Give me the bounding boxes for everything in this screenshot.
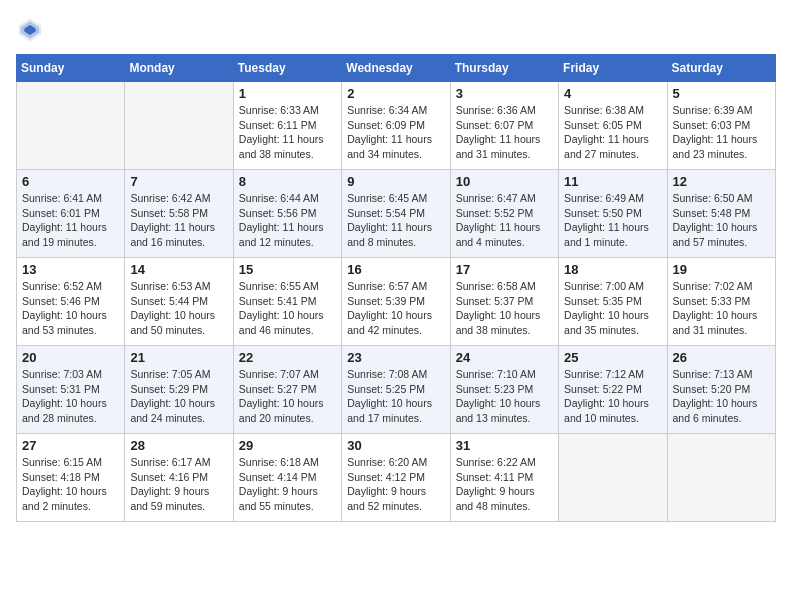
calendar-cell: 23Sunrise: 7:08 AM Sunset: 5:25 PM Dayli… bbox=[342, 346, 450, 434]
calendar-cell: 18Sunrise: 7:00 AM Sunset: 5:35 PM Dayli… bbox=[559, 258, 667, 346]
day-number: 27 bbox=[22, 438, 119, 453]
day-number: 2 bbox=[347, 86, 444, 101]
day-info: Sunrise: 6:33 AM Sunset: 6:11 PM Dayligh… bbox=[239, 103, 336, 162]
calendar-week-row: 20Sunrise: 7:03 AM Sunset: 5:31 PM Dayli… bbox=[17, 346, 776, 434]
calendar-cell: 8Sunrise: 6:44 AM Sunset: 5:56 PM Daylig… bbox=[233, 170, 341, 258]
day-number: 5 bbox=[673, 86, 770, 101]
day-number: 4 bbox=[564, 86, 661, 101]
day-info: Sunrise: 6:36 AM Sunset: 6:07 PM Dayligh… bbox=[456, 103, 553, 162]
page-header bbox=[16, 16, 776, 44]
day-number: 6 bbox=[22, 174, 119, 189]
day-info: Sunrise: 6:58 AM Sunset: 5:37 PM Dayligh… bbox=[456, 279, 553, 338]
calendar-cell: 30Sunrise: 6:20 AM Sunset: 4:12 PM Dayli… bbox=[342, 434, 450, 522]
day-info: Sunrise: 6:52 AM Sunset: 5:46 PM Dayligh… bbox=[22, 279, 119, 338]
day-number: 1 bbox=[239, 86, 336, 101]
calendar-cell: 14Sunrise: 6:53 AM Sunset: 5:44 PM Dayli… bbox=[125, 258, 233, 346]
calendar-cell: 5Sunrise: 6:39 AM Sunset: 6:03 PM Daylig… bbox=[667, 82, 775, 170]
calendar-body: 1Sunrise: 6:33 AM Sunset: 6:11 PM Daylig… bbox=[17, 82, 776, 522]
day-info: Sunrise: 6:42 AM Sunset: 5:58 PM Dayligh… bbox=[130, 191, 227, 250]
day-header-saturday: Saturday bbox=[667, 55, 775, 82]
day-info: Sunrise: 6:20 AM Sunset: 4:12 PM Dayligh… bbox=[347, 455, 444, 514]
day-info: Sunrise: 6:55 AM Sunset: 5:41 PM Dayligh… bbox=[239, 279, 336, 338]
calendar-cell: 3Sunrise: 6:36 AM Sunset: 6:07 PM Daylig… bbox=[450, 82, 558, 170]
day-info: Sunrise: 6:44 AM Sunset: 5:56 PM Dayligh… bbox=[239, 191, 336, 250]
day-number: 21 bbox=[130, 350, 227, 365]
calendar-cell bbox=[667, 434, 775, 522]
day-number: 20 bbox=[22, 350, 119, 365]
day-number: 10 bbox=[456, 174, 553, 189]
day-info: Sunrise: 6:34 AM Sunset: 6:09 PM Dayligh… bbox=[347, 103, 444, 162]
day-number: 3 bbox=[456, 86, 553, 101]
day-number: 25 bbox=[564, 350, 661, 365]
calendar-cell: 7Sunrise: 6:42 AM Sunset: 5:58 PM Daylig… bbox=[125, 170, 233, 258]
day-number: 13 bbox=[22, 262, 119, 277]
day-header-thursday: Thursday bbox=[450, 55, 558, 82]
calendar-cell bbox=[559, 434, 667, 522]
day-number: 17 bbox=[456, 262, 553, 277]
logo bbox=[16, 16, 48, 44]
calendar-cell bbox=[17, 82, 125, 170]
day-number: 18 bbox=[564, 262, 661, 277]
calendar-cell: 17Sunrise: 6:58 AM Sunset: 5:37 PM Dayli… bbox=[450, 258, 558, 346]
day-number: 14 bbox=[130, 262, 227, 277]
day-info: Sunrise: 7:05 AM Sunset: 5:29 PM Dayligh… bbox=[130, 367, 227, 426]
day-number: 30 bbox=[347, 438, 444, 453]
day-info: Sunrise: 6:38 AM Sunset: 6:05 PM Dayligh… bbox=[564, 103, 661, 162]
calendar-cell: 22Sunrise: 7:07 AM Sunset: 5:27 PM Dayli… bbox=[233, 346, 341, 434]
day-info: Sunrise: 7:07 AM Sunset: 5:27 PM Dayligh… bbox=[239, 367, 336, 426]
day-info: Sunrise: 6:15 AM Sunset: 4:18 PM Dayligh… bbox=[22, 455, 119, 514]
calendar-week-row: 13Sunrise: 6:52 AM Sunset: 5:46 PM Dayli… bbox=[17, 258, 776, 346]
calendar-cell: 15Sunrise: 6:55 AM Sunset: 5:41 PM Dayli… bbox=[233, 258, 341, 346]
day-number: 11 bbox=[564, 174, 661, 189]
day-info: Sunrise: 6:49 AM Sunset: 5:50 PM Dayligh… bbox=[564, 191, 661, 250]
day-info: Sunrise: 6:47 AM Sunset: 5:52 PM Dayligh… bbox=[456, 191, 553, 250]
calendar-cell: 10Sunrise: 6:47 AM Sunset: 5:52 PM Dayli… bbox=[450, 170, 558, 258]
day-number: 8 bbox=[239, 174, 336, 189]
calendar-cell: 25Sunrise: 7:12 AM Sunset: 5:22 PM Dayli… bbox=[559, 346, 667, 434]
day-number: 26 bbox=[673, 350, 770, 365]
calendar-cell bbox=[125, 82, 233, 170]
calendar-cell: 28Sunrise: 6:17 AM Sunset: 4:16 PM Dayli… bbox=[125, 434, 233, 522]
calendar-cell: 11Sunrise: 6:49 AM Sunset: 5:50 PM Dayli… bbox=[559, 170, 667, 258]
calendar-cell: 13Sunrise: 6:52 AM Sunset: 5:46 PM Dayli… bbox=[17, 258, 125, 346]
day-info: Sunrise: 7:02 AM Sunset: 5:33 PM Dayligh… bbox=[673, 279, 770, 338]
day-info: Sunrise: 6:45 AM Sunset: 5:54 PM Dayligh… bbox=[347, 191, 444, 250]
day-number: 16 bbox=[347, 262, 444, 277]
logo-icon bbox=[16, 16, 44, 44]
calendar-cell: 24Sunrise: 7:10 AM Sunset: 5:23 PM Dayli… bbox=[450, 346, 558, 434]
calendar-cell: 4Sunrise: 6:38 AM Sunset: 6:05 PM Daylig… bbox=[559, 82, 667, 170]
calendar-cell: 21Sunrise: 7:05 AM Sunset: 5:29 PM Dayli… bbox=[125, 346, 233, 434]
day-info: Sunrise: 6:39 AM Sunset: 6:03 PM Dayligh… bbox=[673, 103, 770, 162]
day-number: 28 bbox=[130, 438, 227, 453]
day-number: 31 bbox=[456, 438, 553, 453]
day-number: 22 bbox=[239, 350, 336, 365]
calendar-week-row: 1Sunrise: 6:33 AM Sunset: 6:11 PM Daylig… bbox=[17, 82, 776, 170]
calendar-week-row: 6Sunrise: 6:41 AM Sunset: 6:01 PM Daylig… bbox=[17, 170, 776, 258]
calendar-cell: 6Sunrise: 6:41 AM Sunset: 6:01 PM Daylig… bbox=[17, 170, 125, 258]
calendar-cell: 20Sunrise: 7:03 AM Sunset: 5:31 PM Dayli… bbox=[17, 346, 125, 434]
calendar-header-row: SundayMondayTuesdayWednesdayThursdayFrid… bbox=[17, 55, 776, 82]
calendar-cell: 29Sunrise: 6:18 AM Sunset: 4:14 PM Dayli… bbox=[233, 434, 341, 522]
day-number: 12 bbox=[673, 174, 770, 189]
day-number: 7 bbox=[130, 174, 227, 189]
day-info: Sunrise: 6:22 AM Sunset: 4:11 PM Dayligh… bbox=[456, 455, 553, 514]
day-header-wednesday: Wednesday bbox=[342, 55, 450, 82]
calendar-cell: 19Sunrise: 7:02 AM Sunset: 5:33 PM Dayli… bbox=[667, 258, 775, 346]
day-number: 19 bbox=[673, 262, 770, 277]
day-info: Sunrise: 6:17 AM Sunset: 4:16 PM Dayligh… bbox=[130, 455, 227, 514]
day-info: Sunrise: 7:13 AM Sunset: 5:20 PM Dayligh… bbox=[673, 367, 770, 426]
day-info: Sunrise: 6:57 AM Sunset: 5:39 PM Dayligh… bbox=[347, 279, 444, 338]
day-header-monday: Monday bbox=[125, 55, 233, 82]
calendar-table: SundayMondayTuesdayWednesdayThursdayFrid… bbox=[16, 54, 776, 522]
calendar-cell: 1Sunrise: 6:33 AM Sunset: 6:11 PM Daylig… bbox=[233, 82, 341, 170]
day-info: Sunrise: 7:12 AM Sunset: 5:22 PM Dayligh… bbox=[564, 367, 661, 426]
day-info: Sunrise: 7:03 AM Sunset: 5:31 PM Dayligh… bbox=[22, 367, 119, 426]
calendar-cell: 27Sunrise: 6:15 AM Sunset: 4:18 PM Dayli… bbox=[17, 434, 125, 522]
day-info: Sunrise: 6:18 AM Sunset: 4:14 PM Dayligh… bbox=[239, 455, 336, 514]
day-header-tuesday: Tuesday bbox=[233, 55, 341, 82]
day-header-sunday: Sunday bbox=[17, 55, 125, 82]
day-number: 23 bbox=[347, 350, 444, 365]
day-header-friday: Friday bbox=[559, 55, 667, 82]
day-number: 9 bbox=[347, 174, 444, 189]
day-info: Sunrise: 6:41 AM Sunset: 6:01 PM Dayligh… bbox=[22, 191, 119, 250]
